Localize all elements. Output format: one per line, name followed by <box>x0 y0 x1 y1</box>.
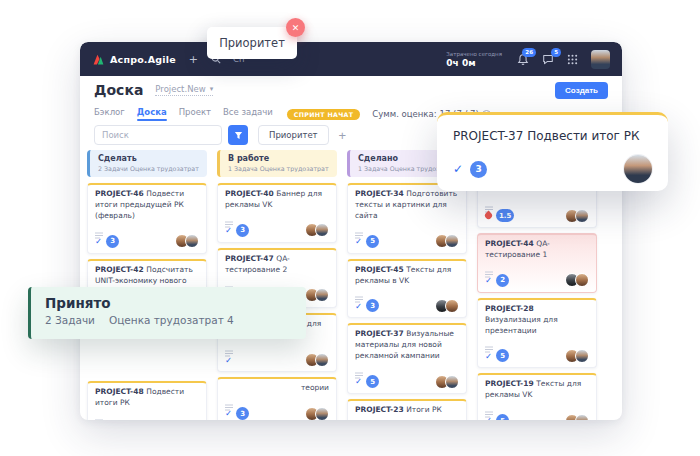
board-column-todo: Сделать2 Задачи Оценка трудозатрат 4PROJ… <box>87 150 207 420</box>
task-card-footer: ✓5 <box>355 375 459 388</box>
avatar <box>575 349 589 363</box>
task-card-project-28[interactable]: PROJECT-28 Визуализация для презентации✓… <box>477 298 597 369</box>
check-icon: ✓ <box>355 302 362 311</box>
description-icon <box>95 224 199 231</box>
screenshot-stage: Аспро.Agile + Сп Затрачено сегодня 0ч 0м… <box>0 0 700 456</box>
task-key: PROJECT-42 <box>95 265 146 274</box>
description-icon <box>485 338 589 345</box>
task-card-project-46[interactable]: PROJECT-46 Подвести итоги предыдущей РК … <box>87 183 207 254</box>
task-popup[interactable]: PROJECT-37 Подвести итог РК ✓ 3 <box>437 112 668 191</box>
task-card-footer: ✓2 <box>485 274 589 287</box>
tab-project[interactable]: Проект <box>179 107 211 121</box>
assignee-avatars <box>439 234 459 248</box>
task-key: PROJECT-45 <box>355 265 406 274</box>
column-title: В работе <box>228 154 329 163</box>
priority-filter-button[interactable]: Приоритет <box>258 125 329 145</box>
apps-grid-button[interactable] <box>567 54 578 65</box>
check-icon: ✓ <box>355 377 362 386</box>
description-icon <box>355 224 459 231</box>
search-input[interactable] <box>94 125 222 145</box>
task-key: PROJECT-19 <box>485 379 536 388</box>
check-icon: ✓ <box>95 237 102 246</box>
check-icon: ✓ <box>485 276 492 285</box>
app-name: Аспро.Agile <box>110 54 176 65</box>
description-icon <box>225 342 329 349</box>
messages-button[interactable]: 5 <box>542 53 554 65</box>
check-icon: ✓ <box>485 416 492 420</box>
description-icon <box>225 396 329 403</box>
description-icon <box>95 411 199 418</box>
assignee-avatars <box>569 414 589 420</box>
task-key: PROJECT-40 <box>225 189 276 198</box>
task-key: PROJECT-44 <box>485 239 536 248</box>
avatar <box>315 353 329 367</box>
task-title: PROJECT-46 Подвести итоги предыдущей РК … <box>95 189 199 222</box>
add-icon[interactable]: + <box>189 54 198 65</box>
tab-backlog[interactable]: Бэклог <box>94 107 125 121</box>
priority-tooltip: Приоритет ✕ <box>207 27 297 59</box>
task-card-project-37[interactable]: PROJECT-37 Визуальные материалы для ново… <box>347 323 467 394</box>
avatar <box>445 299 459 313</box>
task-key: PROJECT-47 <box>225 254 276 263</box>
column-title: Сделать <box>98 154 199 163</box>
task-card-footer: ✓5 <box>355 235 459 248</box>
estimate-badge: 3 <box>236 224 249 237</box>
task-title: PROJECT-37 Визуальные материалы для ново… <box>355 329 459 362</box>
user-avatar[interactable] <box>591 50 610 69</box>
chevron-down-icon: ▾ <box>210 85 214 93</box>
assignee-avatars <box>569 273 589 287</box>
estimate-badge: 1.5 <box>496 209 514 222</box>
sprint-status-badge: СПРИНТ НАЧАТ <box>287 109 361 120</box>
create-button[interactable]: Создать <box>555 82 608 99</box>
time-tracker-value: 0ч 0м <box>446 58 502 68</box>
project-select-value: Project.New <box>155 84 205 94</box>
time-tracker-label: Затрачено сегодня <box>446 51 502 57</box>
page-header: Доска Project.New ▾ Создать <box>80 76 622 104</box>
assignee-avatars <box>569 349 589 363</box>
task-card-project-23[interactable]: PROJECT-23 Итоги РК✓5 <box>347 399 467 420</box>
description-icon <box>355 418 459 420</box>
task-card-footer: 1.5 <box>485 209 589 222</box>
column-header-inprogress: В работе1 Задача Оценка трудозатрат 3 <box>217 150 337 177</box>
estimate-badge: 5 <box>366 375 379 388</box>
task-card-project-34[interactable]: PROJECT-34 Подготовить тексты и картинки… <box>347 183 467 254</box>
logo-icon <box>92 53 105 66</box>
top-navbar: Аспро.Agile + Сп Затрачено сегодня 0ч 0м… <box>80 42 622 76</box>
task-card-project-45[interactable]: PROJECT-45 Тексты для рекламы в VK✓3 <box>347 259 467 319</box>
assignee-avatars <box>569 209 589 223</box>
estimate-badge: 3 <box>366 299 379 312</box>
estimate-badge: 5 <box>366 235 379 248</box>
assignee-avatars <box>179 234 199 248</box>
task-card-footer: ✓3 <box>355 299 459 312</box>
task-card-footer: ✓ <box>225 353 329 366</box>
task-key: PROJECT-28 <box>485 304 534 313</box>
task-card-project-40[interactable]: PROJECT-40 Баннер для рекламы VK✓3 <box>217 183 337 243</box>
task-title: PROJECT-34 Подготовить тексты и картинки… <box>355 189 459 222</box>
task-card-project-44[interactable]: PROJECT-44 QA-тестирование 1✓2 <box>477 233 597 293</box>
task-title: PROJECT-40 Баннер для рекламы VK <box>225 189 329 211</box>
tab-board[interactable]: Доска <box>137 107 167 121</box>
task-title: PROJECT-19 Тексты для рекламы VK <box>485 379 589 401</box>
task-key: PROJECT-23 <box>355 405 406 414</box>
task-card-project-19[interactable]: PROJECT-19 Тексты для рекламы VK✓5 <box>477 373 597 420</box>
task-card-footer: ✓5 <box>485 349 589 362</box>
close-icon[interactable]: ✕ <box>286 18 305 37</box>
column-header-todo: Сделать2 Задачи Оценка трудозатрат 4 <box>87 150 207 177</box>
description-icon <box>485 403 589 410</box>
estimate-badge: 5 <box>496 349 509 362</box>
estimate-badge: 2 <box>496 274 509 287</box>
tab-all-tasks[interactable]: Все задачи <box>223 107 273 121</box>
description-icon <box>355 364 459 371</box>
task-title: теории <box>225 383 329 394</box>
description-icon <box>225 278 329 285</box>
add-filter-button[interactable]: + <box>339 129 347 142</box>
accepted-title: Принято <box>45 295 292 311</box>
description-icon <box>485 198 589 205</box>
task-card[interactable]: теории✓3 <box>217 377 337 420</box>
project-select[interactable]: Project.New ▾ <box>155 84 213 96</box>
task-card-project-48[interactable]: PROJECT-48 Подвести итоги РК✓2 <box>87 381 207 420</box>
filter-button[interactable] <box>228 125 248 145</box>
check-icon: ✓ <box>225 356 232 365</box>
notifications-count: 26 <box>522 48 536 57</box>
notifications-button[interactable]: 26 <box>517 53 529 66</box>
